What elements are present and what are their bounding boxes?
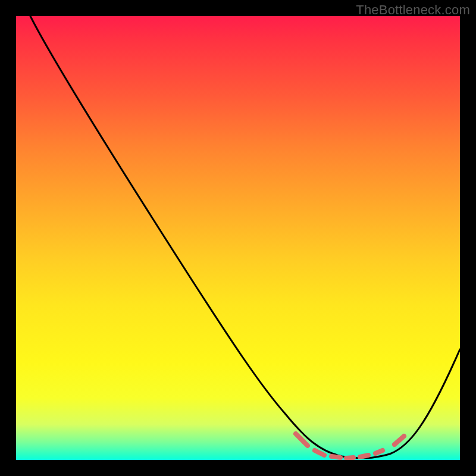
bottleneck-curve bbox=[30, 16, 460, 458]
dash-3 bbox=[346, 458, 353, 458]
dash-5 bbox=[375, 450, 383, 453]
dash-4 bbox=[360, 455, 368, 457]
watermark-text: TheBottleneck.com bbox=[356, 2, 470, 18]
dash-6 bbox=[394, 436, 404, 444]
dash-1 bbox=[315, 450, 324, 455]
dash-2 bbox=[331, 456, 340, 458]
bottleneck-curve-svg bbox=[16, 16, 460, 460]
chart-area bbox=[16, 16, 460, 460]
